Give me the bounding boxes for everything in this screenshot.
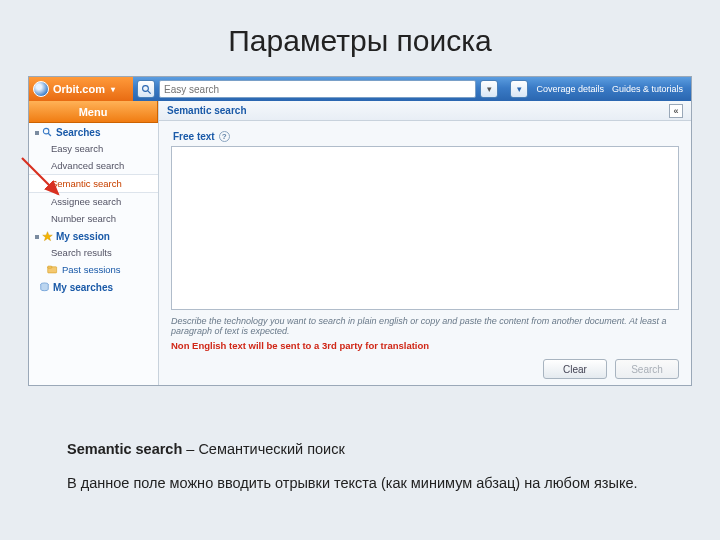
folder-icon bbox=[47, 264, 58, 275]
panel-header: Semantic search « bbox=[159, 101, 691, 121]
coverage-details-link[interactable]: Coverage details bbox=[536, 84, 604, 94]
search-expand-button[interactable]: ▾ bbox=[480, 80, 498, 98]
caption: Semantic search – Семантический поиск В … bbox=[67, 440, 657, 493]
sidebar-item-search-results[interactable]: Search results bbox=[29, 244, 158, 261]
caption-def: – Семантический поиск bbox=[182, 441, 345, 457]
search-icon bbox=[42, 127, 53, 138]
free-text-label: Free text ? bbox=[173, 131, 679, 142]
hint-warning: Non English text will be sent to a 3rd p… bbox=[171, 340, 679, 351]
menu-button[interactable]: Menu bbox=[29, 101, 158, 123]
sidebar-item-past-sessions[interactable]: Past sessions bbox=[29, 261, 158, 278]
clear-button[interactable]: Clear bbox=[543, 359, 607, 379]
svg-line-1 bbox=[147, 90, 150, 93]
field-label-text: Free text bbox=[173, 131, 215, 142]
collapse-button[interactable]: « bbox=[669, 104, 683, 118]
svg-rect-6 bbox=[48, 266, 52, 268]
settings-button[interactable]: ▾ bbox=[510, 80, 528, 98]
collapse-icon bbox=[35, 235, 39, 239]
slide-title: Параметры поиска bbox=[0, 0, 720, 76]
star-icon bbox=[42, 231, 53, 242]
search-button[interactable]: Search bbox=[615, 359, 679, 379]
tree-group-label: Searches bbox=[56, 127, 100, 138]
svg-point-2 bbox=[43, 128, 49, 134]
sidebar-item-easy-search[interactable]: Easy search bbox=[29, 140, 158, 157]
sidebar-item-number-search[interactable]: Number search bbox=[29, 210, 158, 227]
caption-description: В данное поле можно вводить отрывки текс… bbox=[67, 474, 657, 494]
app-window: Orbit.com ▾ ▾ ▾ Coverage details Guides … bbox=[28, 76, 692, 386]
svg-line-3 bbox=[48, 133, 51, 136]
free-text-input[interactable] bbox=[171, 146, 679, 310]
help-icon[interactable]: ? bbox=[219, 131, 230, 142]
sidebar-item-assignee-search[interactable]: Assignee search bbox=[29, 193, 158, 210]
panel-title: Semantic search bbox=[167, 105, 247, 116]
nav-tree: Searches Easy search Advanced search Sem… bbox=[29, 123, 158, 385]
svg-marker-4 bbox=[43, 232, 53, 241]
tree-group-session[interactable]: My session bbox=[29, 227, 158, 244]
caption-term: Semantic search bbox=[67, 441, 182, 457]
collapse-icon bbox=[35, 131, 39, 135]
global-search-input[interactable] bbox=[159, 80, 476, 98]
main-panel: Semantic search « Free text ? Describe t… bbox=[159, 101, 691, 385]
topbar: Orbit.com ▾ ▾ ▾ Coverage details Guides … bbox=[29, 77, 691, 101]
hint-description: Describe the technology you want to sear… bbox=[171, 316, 679, 336]
tree-group-label: My searches bbox=[53, 282, 113, 293]
chevron-down-icon: ▾ bbox=[111, 85, 115, 94]
search-icon-button[interactable] bbox=[137, 80, 155, 98]
guides-link[interactable]: Guides & tutorials bbox=[612, 84, 683, 94]
tree-group-searches[interactable]: Searches bbox=[29, 123, 158, 140]
sidebar-item-advanced-search[interactable]: Advanced search bbox=[29, 157, 158, 174]
database-icon bbox=[39, 282, 50, 293]
tree-group-my-searches[interactable]: My searches bbox=[29, 278, 158, 295]
sidebar-item-label: Past sessions bbox=[62, 264, 121, 275]
globe-icon bbox=[33, 81, 49, 97]
sidebar: Menu Searches Easy search Advanced searc… bbox=[29, 101, 159, 385]
svg-point-0 bbox=[142, 85, 148, 91]
tree-group-label: My session bbox=[56, 231, 110, 242]
brand-name: Orbit.com bbox=[53, 83, 105, 95]
sidebar-item-semantic-search[interactable]: Semantic search bbox=[29, 174, 158, 193]
brand-logo[interactable]: Orbit.com ▾ bbox=[29, 77, 133, 101]
